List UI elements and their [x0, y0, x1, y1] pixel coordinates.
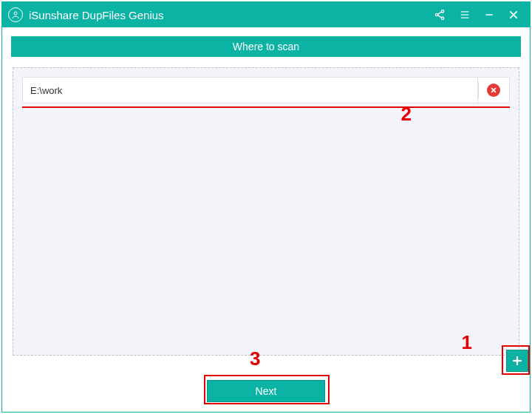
- share-icon[interactable]: [434, 9, 446, 21]
- app-window: iSunshare DupFiles Genius: [1, 1, 531, 413]
- svg-point-0: [14, 12, 17, 15]
- annotation-3: 3: [250, 347, 260, 370]
- section-header: Where to scan: [11, 36, 521, 57]
- window-controls: [434, 9, 519, 21]
- path-row: [22, 77, 510, 108]
- annotation-1: 1: [462, 331, 472, 354]
- minimize-button[interactable]: [484, 10, 494, 20]
- close-button[interactable]: [508, 9, 519, 21]
- section-header-label: Where to scan: [233, 41, 299, 52]
- close-icon: [487, 84, 500, 97]
- next-button-label: Next: [256, 385, 277, 397]
- remove-path-button[interactable]: [477, 77, 510, 104]
- annotation-underline: [22, 106, 510, 108]
- scan-area: [13, 67, 519, 356]
- app-logo-icon: [8, 7, 23, 22]
- footer: Next: [2, 370, 530, 412]
- titlebar: iSunshare DupFiles Genius: [2, 2, 530, 27]
- path-input[interactable]: [22, 77, 477, 104]
- add-path-button[interactable]: [506, 350, 528, 372]
- menu-icon[interactable]: [459, 10, 471, 20]
- app-title: iSunshare DupFiles Genius: [29, 9, 434, 21]
- annotation-2: 2: [401, 103, 412, 126]
- svg-line-4: [437, 12, 441, 14]
- svg-line-5: [437, 16, 441, 18]
- next-button[interactable]: Next: [207, 380, 325, 402]
